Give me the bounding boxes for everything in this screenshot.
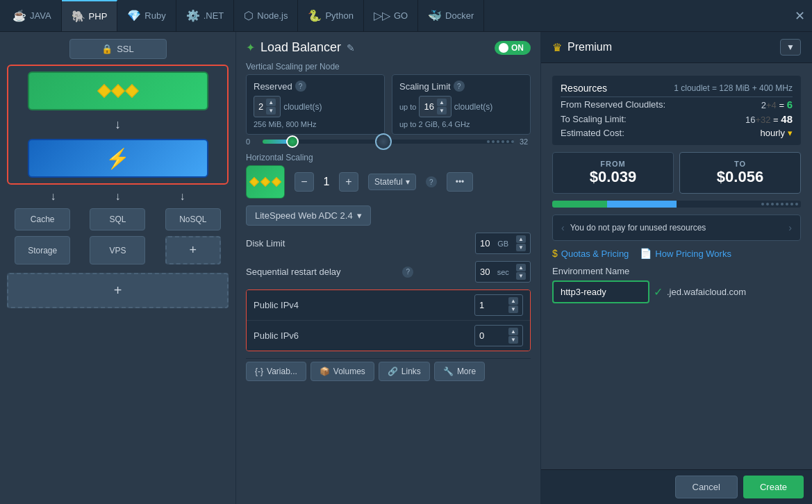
toggle-button[interactable]: ON	[495, 41, 531, 55]
links-icon: 🔗	[388, 367, 398, 376]
estimated-value[interactable]: hourly ▾	[761, 128, 793, 138]
ipv4-value: 1	[479, 300, 484, 310]
reserved-spinner-box: 2 ▲ ▼	[254, 96, 281, 117]
scaling-help-icon[interactable]: ?	[454, 81, 465, 92]
ipv6-down-btn[interactable]: ▼	[508, 336, 518, 344]
more-label: More	[457, 367, 476, 376]
close-button[interactable]: ✕	[795, 8, 805, 24]
php-node[interactable]: ⚡	[28, 139, 208, 178]
reserved-up-btn[interactable]: ▲	[266, 99, 276, 106]
ssl-label: SSL	[117, 44, 134, 54]
ipv-section: Public IPv4 1 ▲ ▼ Public IPv6 0 ▲ ▼	[246, 289, 531, 351]
quotas-link[interactable]: $ Quotas & Pricing	[552, 248, 629, 259]
estimated-unit: hourly	[761, 128, 785, 138]
reserved-value: 2	[258, 101, 263, 112]
tab-ruby[interactable]: 💎 Ruby	[117, 0, 176, 31]
ipv6-up-btn[interactable]: ▲	[508, 328, 518, 335]
volumes-button[interactable]: 📦 Volumes	[310, 362, 374, 381]
disk-down-btn[interactable]: ▼	[516, 244, 526, 251]
tab-docker-label: Docker	[445, 10, 474, 21]
ipv4-down-btn[interactable]: ▼	[508, 305, 518, 313]
cancel-button[interactable]: Cancel	[675, 476, 738, 498]
arrow-down-2: ↓	[115, 190, 121, 203]
create-button[interactable]: Create	[743, 476, 804, 498]
add-layer-button[interactable]: +	[7, 273, 229, 308]
nosql-button[interactable]: NoSQL	[165, 208, 221, 230]
disk-up-btn[interactable]: ▲	[516, 235, 526, 243]
estimated-dropdown-icon: ▾	[788, 128, 793, 138]
node-box: ↓ ⚡	[7, 65, 229, 185]
seq-down-btn[interactable]: ▼	[516, 272, 526, 280]
lb-header: ✦ Load Balancer ✎ ON	[246, 40, 531, 55]
vertical-scaling-section: Vertical Scaling per Node Reserved ? 2 ▲…	[246, 62, 531, 146]
tab-php[interactable]: 🐘 PHP	[62, 0, 118, 31]
slider-thumb-reserved[interactable]	[286, 135, 299, 148]
count-control: − 1 +	[295, 172, 358, 192]
cache-button[interactable]: Cache	[15, 208, 70, 230]
edit-icon[interactable]: ✎	[347, 42, 355, 53]
disk-value-box: 10 GB ▲ ▼	[475, 233, 531, 254]
tab-docker[interactable]: 🐳 Docker	[418, 0, 484, 31]
vertical-scaling-label: Vertical Scaling per Node	[246, 62, 531, 72]
check-icon: ✓	[654, 285, 663, 299]
scaling-up-btn[interactable]: ▲	[437, 99, 447, 106]
python-icon: 🐍	[308, 9, 322, 22]
premium-title: Premium	[567, 41, 612, 53]
from-reserved-value: 2+4 = 6	[761, 99, 793, 110]
count-decrement-btn[interactable]: −	[295, 172, 314, 192]
count-increment-btn[interactable]: +	[339, 172, 358, 192]
stateful-select[interactable]: Stateful ▾	[368, 174, 416, 190]
add-service-button[interactable]: +	[165, 236, 221, 264]
tab-nodejs[interactable]: ⬡ Node.js	[234, 0, 298, 31]
variables-button[interactable]: {-} Variab...	[246, 362, 306, 381]
to-scaling-label: To Scaling Limit:	[561, 114, 627, 124]
stateful-help-icon[interactable]: ?	[426, 176, 437, 187]
env-name-section: Environment Name ✓ .jed.wafaicloud.com	[552, 266, 801, 303]
to-label: TO	[687, 160, 793, 168]
links-button[interactable]: 🔗 Links	[379, 362, 430, 381]
p-dot-5	[781, 203, 784, 205]
tab-java[interactable]: ☕ JAVA	[3, 0, 62, 31]
seq-help-icon[interactable]: ?	[402, 267, 413, 278]
tab-go[interactable]: ▷▷ GO	[364, 0, 418, 31]
scaling-unit: cloudlet(s)	[454, 102, 492, 112]
arrow-down-1: ↓	[51, 190, 56, 203]
disk-label: Disk Limit	[246, 238, 285, 249]
tab-nodejs-label: Node.js	[257, 10, 288, 21]
p-dot-4	[776, 203, 779, 205]
env-name-input[interactable]	[552, 280, 649, 303]
litespeed-select[interactable]: LiteSpeed Web ADC 2.4 ▾	[246, 205, 371, 226]
how-pricing-link[interactable]: 📄 How Pricing Works	[640, 248, 731, 259]
limit-row: up to 16 ▲ ▼ cloudlet(s)	[399, 96, 523, 117]
toggle-circle	[499, 43, 508, 53]
footer-buttons: Cancel Create	[541, 469, 812, 504]
vps-button[interactable]: VPS	[90, 236, 145, 264]
next-arrow[interactable]: ›	[788, 222, 792, 233]
ipv6-value-box: 0 ▲ ▼	[474, 325, 523, 346]
premium-dropdown-btn[interactable]: ▼	[780, 39, 801, 56]
sql-button[interactable]: SQL	[90, 208, 145, 230]
disk-value: 10	[480, 238, 490, 249]
ssl-button[interactable]: 🔒 SSL	[69, 39, 167, 59]
scaling-down-btn[interactable]: ▼	[437, 107, 447, 115]
storage-button[interactable]: Storage	[15, 236, 70, 264]
h-more-btn[interactable]: •••	[447, 172, 474, 192]
load-balancer-node[interactable]	[28, 72, 208, 110]
prev-arrow[interactable]: ‹	[561, 222, 565, 233]
ipv4-up-btn[interactable]: ▲	[508, 297, 518, 305]
tab-python[interactable]: 🐍 Python	[298, 0, 363, 31]
slider-min-label: 0	[246, 137, 257, 146]
reserved-help-icon[interactable]: ?	[295, 81, 306, 92]
seq-up-btn[interactable]: ▲	[516, 264, 526, 271]
reserved-down-btn[interactable]: ▼	[266, 107, 276, 115]
left-panel: 🔒 SSL ↓ ⚡ ↓ ↓ ↓ Cache SQL	[0, 32, 236, 504]
p-dot-2	[766, 203, 769, 205]
scaling-slider[interactable]: 0 32	[246, 137, 531, 146]
lightning-icon: ⚡	[106, 147, 130, 170]
slider-thumb-limit[interactable]	[375, 133, 392, 150]
tab-net[interactable]: ⚙️ .NET	[176, 0, 235, 31]
more-button[interactable]: 🔧 More	[434, 362, 485, 381]
reserved-label: Reserved	[254, 81, 292, 92]
seq-row: Sequential restart delay ? 30 sec ▲ ▼	[246, 261, 531, 283]
ipv6-spinner: ▲ ▼	[508, 328, 518, 344]
